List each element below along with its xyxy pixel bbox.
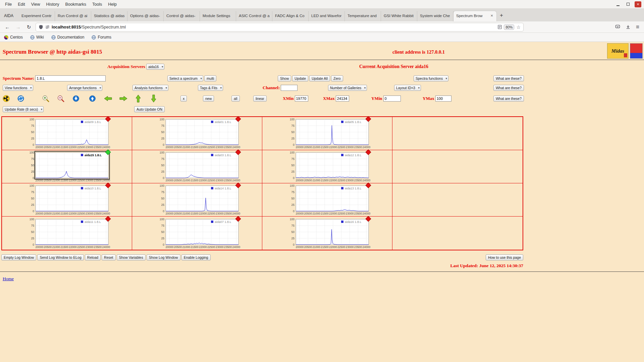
- browser-tab[interactable]: GSI White Rabbit: [381, 11, 417, 21]
- menu-bookmarks[interactable]: Bookmarks: [62, 1, 89, 8]
- scroll-down-icon[interactable]: [73, 96, 79, 102]
- reader-mode-icon[interactable]: [498, 25, 502, 29]
- how-to-button[interactable]: How to use this page: [486, 254, 523, 260]
- reload-button[interactable]: ↻: [25, 24, 33, 30]
- auto-update-button[interactable]: Auto Update ON: [134, 106, 165, 112]
- menu-edit[interactable]: Edit: [15, 1, 28, 8]
- update-button[interactable]: Update: [292, 75, 308, 81]
- update-rate-dropdown[interactable]: Update Rate (8 secs): [3, 106, 44, 112]
- show-log-window-button[interactable]: Show Log Window: [147, 254, 180, 260]
- new-tab-button[interactable]: +: [496, 11, 506, 21]
- arrange-functions-dropdown[interactable]: Arrange functions: [67, 85, 102, 91]
- spectrum-chart-aida13[interactable]: 2000020500210002150022000225002300023500…: [282, 184, 373, 216]
- forward-button[interactable]: →: [14, 24, 22, 30]
- minimize-button[interactable]: [614, 1, 621, 7]
- move-down-icon[interactable]: [151, 95, 156, 103]
- menu-file[interactable]: File: [2, 1, 15, 8]
- browser-tab[interactable]: Temperature and: [345, 11, 381, 21]
- tab-close-icon[interactable]: ×: [490, 14, 494, 17]
- x-button[interactable]: x: [180, 96, 187, 102]
- send-log-to-elog-button[interactable]: Send Log Window to ELog: [37, 254, 84, 260]
- multi-button[interactable]: multi: [204, 75, 216, 81]
- bookmark-wiki[interactable]: Wiki: [30, 35, 44, 40]
- menu-help[interactable]: Help: [105, 1, 120, 8]
- menu-history[interactable]: History: [43, 1, 62, 8]
- number-of-galleries-dropdown[interactable]: Number of Galleries: [328, 85, 367, 91]
- menu-icon[interactable]: ≡: [636, 24, 639, 31]
- tags-fits-dropdown[interactable]: Tags & Fits: [198, 85, 223, 91]
- move-left-icon[interactable]: [104, 96, 112, 101]
- spectrum-chart-aida07[interactable]: 2000020500210002150022000225002300023500…: [152, 217, 243, 249]
- analysis-functions-dropdown[interactable]: Analysis functions: [132, 85, 168, 91]
- browser-tab[interactable]: System wide Che: [417, 11, 453, 21]
- spectrum-chart-aida15[interactable]: 2000020500210002150022000225002300023500…: [21, 150, 113, 183]
- redraw-icon[interactable]: [17, 95, 24, 102]
- ymin-input[interactable]: [383, 96, 401, 102]
- spectrum-chart-aida12[interactable]: 2000020500210002150022000225002300023500…: [282, 150, 373, 183]
- what-are-these-button-1[interactable]: What are these?: [493, 75, 524, 81]
- bookmark-forums[interactable]: Forums: [92, 35, 111, 40]
- scroll-up-icon[interactable]: [89, 96, 96, 102]
- reload-page-button[interactable]: Reload: [85, 254, 101, 260]
- browser-tab[interactable]: Options @ aidas-: [127, 11, 164, 21]
- browser-tab[interactable]: Control @ aidas-: [164, 11, 200, 21]
- spectrum-chart-aida11[interactable]: 2000020500210002150022000225002300023500…: [21, 217, 113, 249]
- show-button[interactable]: Show: [278, 75, 291, 81]
- select-spectrum-dropdown[interactable]: Select a spectrum: [167, 75, 203, 81]
- enable-logging-button[interactable]: Enable Logging: [181, 254, 211, 260]
- ymax-input[interactable]: [435, 96, 451, 102]
- move-right-icon[interactable]: [119, 96, 127, 101]
- spectrum-chart-aida14[interactable]: 2000020500210002150022000225002300023500…: [152, 184, 243, 216]
- radiation-icon[interactable]: [3, 95, 10, 102]
- what-are-these-button-3[interactable]: What are these?: [493, 96, 524, 102]
- browser-tab[interactable]: Statistics @ aidas: [91, 11, 127, 21]
- spectrum-chart-aida01[interactable]: 2000020500210002150022000225002300023500…: [152, 117, 243, 149]
- spectrum-chart-aida03[interactable]: 2000020500210002150022000225002300023500…: [152, 150, 243, 183]
- spectrum-chart-aida05[interactable]: 2000020500210002150022000225002300023500…: [282, 117, 373, 149]
- maximize-button[interactable]: [625, 1, 631, 7]
- update-all-button[interactable]: Update All: [309, 75, 330, 81]
- zoom-in-icon[interactable]: [42, 95, 49, 102]
- reset-button[interactable]: Reset: [102, 254, 115, 260]
- zoom-indicator[interactable]: 80%: [504, 24, 514, 30]
- shield-icon[interactable]: [39, 24, 43, 29]
- close-window-button[interactable]: ×: [635, 1, 641, 7]
- bookmark-star-icon[interactable]: ☆: [516, 24, 521, 30]
- menu-tools[interactable]: Tools: [89, 1, 105, 8]
- linear-button[interactable]: linear: [253, 96, 267, 102]
- xmax-input[interactable]: [336, 96, 349, 102]
- back-button[interactable]: ←: [3, 24, 11, 30]
- spectra-functions-dropdown[interactable]: Spectra functions: [414, 75, 448, 81]
- spectrum-chart-aida10[interactable]: 2000020500210002150022000225002300023500…: [21, 184, 113, 216]
- all-button[interactable]: all: [231, 96, 240, 102]
- browser-tab[interactable]: LED and Wavefor: [309, 11, 345, 21]
- browser-tab[interactable]: Experiment Contr: [19, 11, 55, 21]
- home-link[interactable]: Home: [3, 276, 14, 282]
- view-functions-dropdown[interactable]: View functions: [3, 85, 33, 91]
- permissions-icon[interactable]: [45, 25, 50, 29]
- xmin-input[interactable]: [295, 96, 308, 102]
- new-button[interactable]: new: [203, 96, 214, 102]
- zoom-out-icon[interactable]: [57, 95, 64, 102]
- browser-tab[interactable]: FADC Align & Co: [272, 11, 309, 21]
- acquisition-server-dropdown[interactable]: aida16: [146, 64, 165, 70]
- spectrum-chart-aida09[interactable]: 2000020500210002150022000225002300023500…: [21, 117, 113, 149]
- move-up-icon[interactable]: [136, 95, 141, 103]
- browser-tab[interactable]: ASIC Control @ a: [236, 11, 272, 21]
- browser-tab[interactable]: Run Control @ ai: [55, 11, 91, 21]
- layout-id-dropdown[interactable]: Layout ID=3: [394, 85, 421, 91]
- menu-view[interactable]: View: [28, 1, 43, 8]
- what-are-these-button-2[interactable]: What are these?: [493, 85, 524, 91]
- spectrum-chart-aida16[interactable]: 2000020500210002150022000225002300023500…: [282, 217, 373, 249]
- spectrum-name-input[interactable]: [35, 75, 106, 81]
- browser-tab[interactable]: Module Settings: [200, 11, 236, 21]
- pocket-icon[interactable]: [615, 24, 620, 29]
- zero-button[interactable]: Zero: [331, 75, 343, 81]
- empty-log-window-button[interactable]: Empty Log Window: [1, 254, 36, 260]
- show-variables-button[interactable]: Show Variables: [117, 254, 146, 260]
- channel-input[interactable]: [281, 85, 298, 91]
- address-bar[interactable]: localhost:8015/Spectrum/Spectrum.tml 80%…: [36, 23, 524, 32]
- bookmark-documentation[interactable]: Documentation: [51, 35, 85, 40]
- tab-spectrum-browser[interactable]: Spectrum Brow ×: [453, 11, 496, 21]
- download-icon[interactable]: [626, 24, 631, 29]
